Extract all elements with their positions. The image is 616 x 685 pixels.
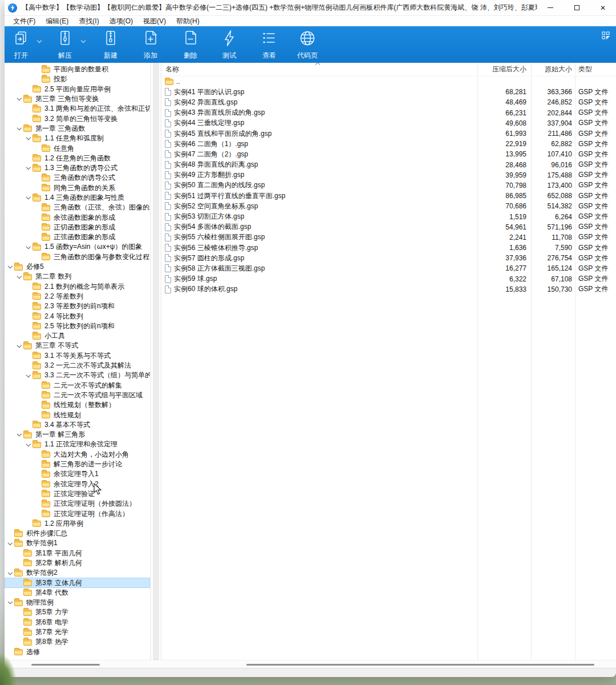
tree-item[interactable]: 1.2 应用举例 [5,519,150,529]
tree-item[interactable]: 第3章 立体几何 [5,578,150,587]
collapse-chevron-icon[interactable] [15,345,23,347]
collapse-chevron-icon[interactable] [6,602,14,603]
tree-item[interactable]: 第8章 热学 [5,637,150,647]
menu-item-options[interactable]: 选项(O) [104,16,138,26]
tree-item[interactable]: 三角函数的图像与参数变化过程 [5,252,150,262]
test-button[interactable]: 测试 [213,29,246,61]
tree-item[interactable]: 余弦定理导入2 [5,479,150,489]
collapse-chevron-icon[interactable] [24,138,33,139]
column-header-type[interactable]: 类型 [575,65,616,74]
close-button[interactable]: ✕ [590,0,616,16]
file-row[interactable]: 实例52 空间直角坐标系.gsp70,686514,382GSP 文件 [161,201,616,211]
tree-item[interactable]: 正弦定理验证 [5,489,150,499]
collapse-chevron-icon[interactable] [24,444,33,446]
tree-item[interactable]: 二元一次不等式的解集 [5,381,150,390]
tree-item[interactable]: 余弦定理导入1 [5,469,150,479]
collapse-chevron-icon[interactable] [6,573,14,574]
tree-item[interactable]: 正切函数图象的形成 [5,223,150,232]
tree-item[interactable]: 2.5 等比数列的前n项和 [5,321,150,331]
file-row[interactable]: 实例57 圆柱的形成.gsp37,936276,754GSP 文件 [161,253,616,263]
column-header-name[interactable]: 名称 [161,65,477,74]
tree-item[interactable]: 解三角形的进一步讨论 [5,460,150,469]
menu-item-find[interactable]: 查找(I) [74,16,104,26]
collapse-chevron-icon[interactable] [6,543,14,545]
tree-item[interactable]: 2.3 等差数列的前n项和 [5,301,150,311]
collapse-chevron-icon[interactable] [24,247,33,248]
tree-item[interactable]: 余弦函数图象的形成 [5,212,150,222]
tree-item[interactable]: 必修5 [5,262,150,272]
file-row[interactable]: 实例58 正方体截面三视图.gsp16,277165,124GSP 文件 [161,263,616,273]
open-dropdown-chevron-icon[interactable] [37,38,43,43]
tree-item[interactable]: 2.1 数列的概念与简单表示 [5,282,150,292]
tree-item[interactable]: 第6章 电学 [5,618,150,627]
tree-item[interactable]: 三角函数的诱导公式 [5,173,150,183]
file-row[interactable]: 实例50 直二面角内的线段.gsp70,798173,400GSP 文件 [161,180,616,191]
collapse-chevron-icon[interactable] [24,167,33,169]
tree-item[interactable]: 第二章 数列 [5,272,150,281]
tree-item[interactable]: 积件步骤汇总 [5,529,150,538]
column-header-compressed-size[interactable]: 压缩后大小 [477,65,531,74]
file-row[interactable]: 实例43 异面直线所成的角.gsp66,231202,844GSP 文件 [161,108,616,118]
tree-item[interactable]: 第1章 平面几何 [5,549,150,558]
open-button[interactable]: 打开 [5,29,38,61]
file-row[interactable]: 实例54 多面体的截面.gsp54,961571,196GSP 文件 [161,222,616,232]
toolbar-layout-icon[interactable] [601,31,610,40]
tree-item[interactable]: 正弦定理证明（作高法） [5,509,150,518]
file-row[interactable]: 实例49 正方形翻折.gsp39,959175,488GSP 文件 [161,170,616,180]
file-row[interactable]: 实例59 球.gsp6,32267,108GSP 文件 [161,274,616,284]
file-row[interactable]: 实例51 过两平行直线的垂直平面.gsp86,985652,088GSP 文件 [161,191,616,201]
collapse-chevron-icon[interactable] [15,434,23,436]
tree-item[interactable]: 选修 [5,647,150,657]
collapse-chevron-icon[interactable] [24,197,33,199]
menu-item-help[interactable]: 帮助(H) [171,16,205,26]
view-button[interactable]: 查看 [253,29,286,61]
tree-item[interactable]: 2.5 平面向量应用举例 [5,84,150,94]
file-row[interactable]: 实例44 三垂线定理.gsp49,608337,904GSP 文件 [161,118,616,128]
extract-button[interactable]: 解压 [48,29,82,61]
tree-item[interactable]: 1.2 任意角的三角函数 [5,154,150,163]
file-row[interactable]: 实例47 二面角（2）.gsp13,995107,410GSP 文件 [161,149,616,159]
file-row[interactable]: 实例53 切割正方体.gsp1,5196,264GSP 文件 [161,211,616,221]
tree-item[interactable]: 3.3 二元一次不等式（组）与简单的线性 [5,370,150,380]
panel-splitter[interactable] [150,63,161,660]
extract-dropdown-chevron-icon[interactable] [81,38,87,43]
collapse-chevron-icon[interactable] [15,128,23,130]
file-row[interactable]: 实例60 球的体积.gsp15,833150,730GSP 文件 [161,284,616,295]
menu-item-edit[interactable]: 编辑(E) [40,16,74,26]
tree-item[interactable]: 物理范例 [5,598,150,607]
tree-item[interactable]: 1.5 函数y=Asin（ωx+ψ）的图象 [5,242,150,252]
tree-item[interactable]: 数学范例2 [5,568,150,578]
tree-item[interactable]: 线性规划（整数解） [5,400,150,410]
file-row[interactable]: 实例45 直线和平面所成的角.gsp61,993211,486GSP 文件 [161,128,616,139]
file-row[interactable]: 实例55 六棱柱侧面展开图.gsp2,24111,708GSP 文件 [161,232,616,243]
collapse-chevron-icon[interactable] [6,266,14,268]
tree-item[interactable]: 任意角 [5,143,150,153]
tree-item[interactable]: 正弦函数图象的形成 [5,232,150,242]
list-hscroll-thumb[interactable] [246,664,594,666]
maximize-button[interactable] [564,0,590,16]
tree-item[interactable]: 3.1 不等关系与不等式 [5,351,150,361]
tree-item[interactable]: 2.2 等差数列 [5,292,150,301]
tree-item[interactable]: 平面向量的数量积 [5,65,150,74]
tree-item[interactable]: 第三章 三角恒等变换 [5,94,150,104]
tree-item[interactable]: 1.3 三角函数的诱导公式 [5,163,150,173]
tree-item[interactable]: 正弦定理证明（外接圆法） [5,499,150,509]
delete-button[interactable]: 删除 [174,29,207,61]
file-row[interactable]: 实例56 三棱锥体积推导.gsp1,6367,590GSP 文件 [161,243,616,253]
collapse-chevron-icon[interactable] [15,98,23,100]
tree-item[interactable]: 三角函数（正弦、余弦）图像的对称性 [5,203,150,212]
file-row[interactable]: 实例48 异面直线的距离.gsp28,46896,016GSP 文件 [161,160,616,170]
parent-directory-row[interactable]: .. [161,76,616,87]
tree-item[interactable]: 1.1 任意角和弧度制 [5,134,150,143]
menu-item-file[interactable]: 文件(F) [8,16,40,26]
tree-item[interactable]: 3.2 一元二次不等式及其解法 [5,361,150,370]
tree-item[interactable]: 第2章 解析几何 [5,558,150,568]
codepage-button[interactable]: 代码页 [291,29,324,61]
tree-item[interactable]: 第7章 光学 [5,627,150,637]
column-header-original-size[interactable]: 原始大小 [531,65,575,74]
new-button[interactable]: 新建 [94,29,127,61]
add-button[interactable]: 添加 [134,29,167,61]
tree-item[interactable]: 第5章 力学 [5,607,150,617]
tree-item[interactable]: 2.4 等比数列 [5,311,150,321]
file-row[interactable]: 实例42 异面直线.gsp48,469246,852GSP 文件 [161,97,616,107]
